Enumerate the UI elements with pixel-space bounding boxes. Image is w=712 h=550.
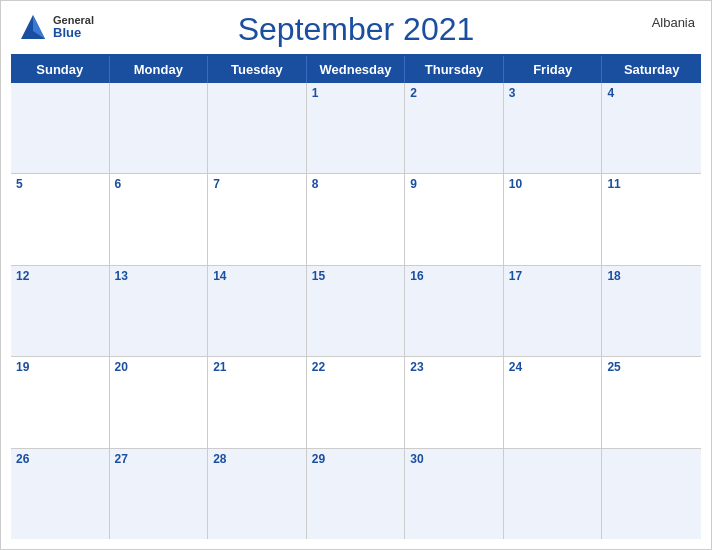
day-cell-3: 3 xyxy=(504,83,603,173)
day-cell-6: 6 xyxy=(110,174,209,264)
day-cell-16: 16 xyxy=(405,266,504,356)
day-cell-29: 29 xyxy=(307,449,406,539)
day-header-friday: Friday xyxy=(504,56,603,83)
day-number: 30 xyxy=(410,452,498,466)
day-cell-10: 10 xyxy=(504,174,603,264)
day-number: 1 xyxy=(312,86,400,100)
day-number: 6 xyxy=(115,177,203,191)
day-number: 4 xyxy=(607,86,696,100)
week-row-5: 2627282930 xyxy=(11,449,701,539)
logo: General Blue xyxy=(17,11,94,43)
calendar-title: September 2021 xyxy=(238,11,475,48)
day-cell-18: 18 xyxy=(602,266,701,356)
day-number: 22 xyxy=(312,360,400,374)
day-header-wednesday: Wednesday xyxy=(307,56,406,83)
day-cell-empty xyxy=(110,83,209,173)
calendar-header: General Blue September 2021 Albania xyxy=(1,1,711,54)
day-number: 28 xyxy=(213,452,301,466)
day-cell-1: 1 xyxy=(307,83,406,173)
day-number: 20 xyxy=(115,360,203,374)
day-number: 19 xyxy=(16,360,104,374)
day-number: 3 xyxy=(509,86,597,100)
day-number: 25 xyxy=(607,360,696,374)
day-cell-21: 21 xyxy=(208,357,307,447)
logo-text: General Blue xyxy=(53,15,94,39)
day-cell-14: 14 xyxy=(208,266,307,356)
day-cell-28: 28 xyxy=(208,449,307,539)
day-cell-15: 15 xyxy=(307,266,406,356)
day-cell-25: 25 xyxy=(602,357,701,447)
day-cell-empty xyxy=(602,449,701,539)
day-cell-7: 7 xyxy=(208,174,307,264)
day-header-saturday: Saturday xyxy=(602,56,701,83)
day-number: 26 xyxy=(16,452,104,466)
day-cell-24: 24 xyxy=(504,357,603,447)
day-number: 27 xyxy=(115,452,203,466)
day-cell-empty xyxy=(11,83,110,173)
day-header-tuesday: Tuesday xyxy=(208,56,307,83)
day-header-monday: Monday xyxy=(110,56,209,83)
day-cell-4: 4 xyxy=(602,83,701,173)
day-cell-8: 8 xyxy=(307,174,406,264)
day-header-sunday: Sunday xyxy=(11,56,110,83)
day-number: 29 xyxy=(312,452,400,466)
week-row-1: 1234 xyxy=(11,83,701,174)
day-cell-23: 23 xyxy=(405,357,504,447)
weeks-container: 1234567891011121314151617181920212223242… xyxy=(11,83,701,539)
day-cell-26: 26 xyxy=(11,449,110,539)
day-number: 11 xyxy=(607,177,696,191)
day-cell-11: 11 xyxy=(602,174,701,264)
day-number: 10 xyxy=(509,177,597,191)
day-number: 2 xyxy=(410,86,498,100)
day-number: 17 xyxy=(509,269,597,283)
day-number: 14 xyxy=(213,269,301,283)
day-number: 18 xyxy=(607,269,696,283)
week-row-4: 19202122232425 xyxy=(11,357,701,448)
day-cell-empty xyxy=(504,449,603,539)
day-headers-row: SundayMondayTuesdayWednesdayThursdayFrid… xyxy=(11,56,701,83)
day-cell-22: 22 xyxy=(307,357,406,447)
day-number: 12 xyxy=(16,269,104,283)
day-cell-2: 2 xyxy=(405,83,504,173)
day-number: 15 xyxy=(312,269,400,283)
day-number: 23 xyxy=(410,360,498,374)
day-header-thursday: Thursday xyxy=(405,56,504,83)
day-cell-9: 9 xyxy=(405,174,504,264)
day-cell-27: 27 xyxy=(110,449,209,539)
day-number: 21 xyxy=(213,360,301,374)
logo-blue-text: Blue xyxy=(53,26,94,39)
week-row-2: 567891011 xyxy=(11,174,701,265)
day-number: 13 xyxy=(115,269,203,283)
day-cell-13: 13 xyxy=(110,266,209,356)
day-cell-17: 17 xyxy=(504,266,603,356)
day-number: 16 xyxy=(410,269,498,283)
calendar: General Blue September 2021 Albania Sund… xyxy=(0,0,712,550)
day-cell-20: 20 xyxy=(110,357,209,447)
calendar-grid: SundayMondayTuesdayWednesdayThursdayFrid… xyxy=(11,54,701,539)
day-cell-19: 19 xyxy=(11,357,110,447)
day-number: 7 xyxy=(213,177,301,191)
day-number: 5 xyxy=(16,177,104,191)
day-cell-30: 30 xyxy=(405,449,504,539)
day-number: 24 xyxy=(509,360,597,374)
day-cell-empty xyxy=(208,83,307,173)
day-cell-5: 5 xyxy=(11,174,110,264)
week-row-3: 12131415161718 xyxy=(11,266,701,357)
country-label: Albania xyxy=(652,15,695,30)
day-number: 9 xyxy=(410,177,498,191)
logo-icon xyxy=(17,11,49,43)
day-number: 8 xyxy=(312,177,400,191)
day-cell-12: 12 xyxy=(11,266,110,356)
